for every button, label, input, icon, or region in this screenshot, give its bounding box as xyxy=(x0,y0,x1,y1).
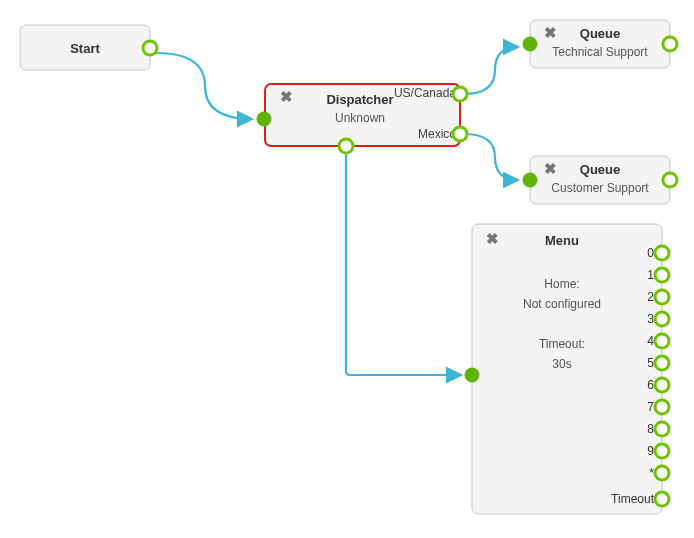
menu-option-7[interactable]: 7 xyxy=(647,400,669,414)
menu-in-port[interactable] xyxy=(465,368,479,382)
svg-point-10 xyxy=(655,290,669,304)
menu-option-0[interactable]: 0 xyxy=(647,246,669,260)
svg-point-8 xyxy=(655,268,669,282)
queue-cust-title: Queue xyxy=(580,162,620,177)
dispatcher-port-us-label: US/Canada xyxy=(394,86,456,100)
svg-point-18 xyxy=(655,378,669,392)
close-icon[interactable]: ✖ xyxy=(544,160,557,177)
dispatcher-port-unknown[interactable] xyxy=(339,139,353,153)
dispatcher-subtitle: Unknown xyxy=(335,111,385,125)
queue-tech-out-port[interactable] xyxy=(663,37,677,51)
node-queue-customer[interactable]: ✖ Queue Customer Support xyxy=(523,156,677,204)
svg-point-6 xyxy=(655,246,669,260)
svg-point-16 xyxy=(655,356,669,370)
svg-point-12 xyxy=(655,312,669,326)
menu-option-2[interactable]: 2 xyxy=(647,290,669,304)
queue-tech-title: Queue xyxy=(580,26,620,41)
menu-option-9[interactable]: 9 xyxy=(647,444,669,458)
dispatcher-port-us[interactable] xyxy=(453,87,467,101)
close-icon[interactable]: ✖ xyxy=(486,230,499,247)
conn-dispatcher-queue-cust xyxy=(464,134,518,180)
menu-option-8[interactable]: 8 xyxy=(647,422,669,436)
dispatcher-title: Dispatcher xyxy=(326,92,393,107)
node-start[interactable]: Start xyxy=(20,25,157,70)
menu-option-6[interactable]: 6 xyxy=(647,378,669,392)
dispatcher-in-port[interactable] xyxy=(257,112,271,126)
menu-option-1[interactable]: 1 xyxy=(647,268,669,282)
start-out-port[interactable] xyxy=(143,41,157,55)
node-menu[interactable]: ✖ Menu Home: Not configured Timeout: 30s… xyxy=(465,224,669,514)
conn-dispatcher-menu xyxy=(346,151,461,375)
svg-text:9: 9 xyxy=(647,444,654,458)
menu-option-3[interactable]: 3 xyxy=(647,312,669,326)
menu-option-4[interactable]: 4 xyxy=(647,334,669,348)
menu-home-value: Not configured xyxy=(523,297,601,311)
conn-dispatcher-queue-tech xyxy=(464,47,518,94)
svg-point-22 xyxy=(655,422,669,436)
svg-text:Timeout: Timeout xyxy=(611,492,655,506)
svg-text:0: 0 xyxy=(647,246,654,260)
svg-text:2: 2 xyxy=(647,290,654,304)
node-dispatcher[interactable]: ✖ Dispatcher Unknown US/Canada Mexico xyxy=(257,84,467,153)
menu-title: Menu xyxy=(545,233,579,248)
svg-text:3: 3 xyxy=(647,312,654,326)
queue-cust-out-port[interactable] xyxy=(663,173,677,187)
queue-cust-subtitle: Customer Support xyxy=(551,181,649,195)
svg-point-28 xyxy=(655,492,669,506)
menu-timeout-label: Timeout: xyxy=(539,337,585,351)
queue-tech-in-port[interactable] xyxy=(523,37,537,51)
svg-point-14 xyxy=(655,334,669,348)
svg-text:4: 4 xyxy=(647,334,654,348)
svg-text:5: 5 xyxy=(647,356,654,370)
svg-point-26 xyxy=(655,466,669,480)
menu-option-timeout[interactable]: Timeout xyxy=(611,492,669,506)
svg-text:8: 8 xyxy=(647,422,654,436)
svg-text:6: 6 xyxy=(647,378,654,392)
node-queue-technical[interactable]: ✖ Queue Technical Support xyxy=(523,20,677,68)
dispatcher-port-mexico-label: Mexico xyxy=(418,127,456,141)
menu-timeout-value: 30s xyxy=(552,357,571,371)
svg-text:1: 1 xyxy=(647,268,654,282)
close-icon[interactable]: ✖ xyxy=(544,24,557,41)
svg-text:7: 7 xyxy=(647,400,654,414)
menu-home-label: Home: xyxy=(544,277,579,291)
svg-point-24 xyxy=(655,444,669,458)
start-title: Start xyxy=(70,41,100,56)
queue-tech-subtitle: Technical Support xyxy=(552,45,648,59)
dispatcher-port-mexico[interactable] xyxy=(453,127,467,141)
queue-cust-in-port[interactable] xyxy=(523,173,537,187)
svg-point-20 xyxy=(655,400,669,414)
close-icon[interactable]: ✖ xyxy=(280,88,293,105)
menu-option-star[interactable]: * xyxy=(649,466,669,480)
menu-option-5[interactable]: 5 xyxy=(647,356,669,370)
conn-start-dispatcher xyxy=(156,53,252,119)
